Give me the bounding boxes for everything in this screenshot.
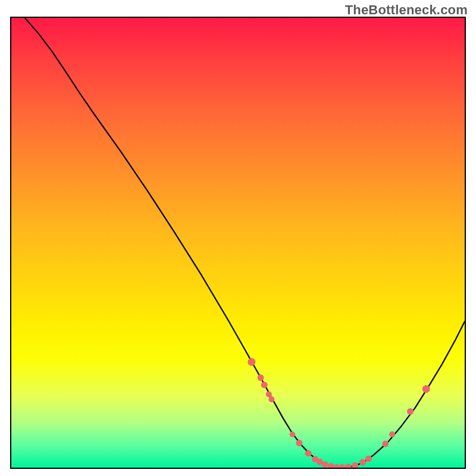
chart-marker (382, 440, 389, 447)
chart-marker (352, 462, 358, 468)
chart-frame (10, 17, 466, 469)
chart-marker (407, 408, 414, 415)
chart-marker (296, 440, 302, 446)
chart-marker (305, 450, 312, 456)
bottleneck-curve (11, 18, 465, 468)
chart-marker (290, 431, 296, 437)
chart-marker (322, 461, 328, 468)
chart-marker (422, 385, 430, 393)
chart-marker (261, 381, 268, 388)
watermark-text: TheBottleneck.com (345, 2, 468, 18)
chart-marker (268, 396, 274, 402)
bottleneck-chart (11, 18, 465, 468)
chart-marker (389, 431, 395, 437)
chart-marker (365, 455, 372, 462)
chart-marker (248, 358, 255, 366)
chart-marker (339, 464, 346, 468)
chart-marker (359, 459, 366, 465)
chart-marker (328, 463, 334, 468)
chart-markers (248, 358, 430, 468)
chart-marker (345, 464, 352, 468)
chart-marker (258, 374, 264, 381)
